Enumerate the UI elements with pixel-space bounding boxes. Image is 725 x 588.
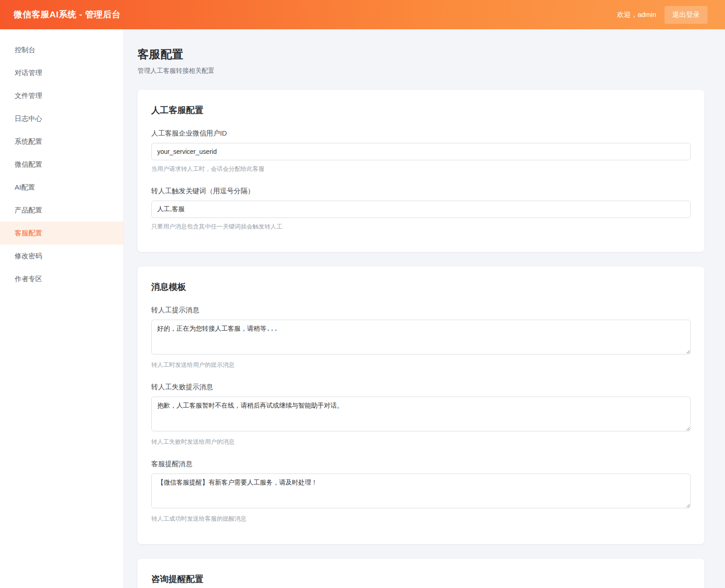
field-label: 转人工提示消息 bbox=[151, 306, 691, 315]
page-subtitle: 管理人工客服转接相关配置 bbox=[137, 67, 704, 75]
sidebar-item-ai-config[interactable]: AI配置 bbox=[0, 176, 123, 199]
sidebar-item-service-config[interactable]: 客服配置 bbox=[0, 222, 123, 245]
logout-button[interactable]: 退出登录 bbox=[665, 6, 708, 24]
servicer-userid-input[interactable] bbox=[151, 143, 691, 160]
sidebar-item-conversations[interactable]: 对话管理 bbox=[0, 61, 123, 84]
header-right: 欢迎，admin 退出登录 bbox=[617, 6, 708, 24]
sidebar-item-change-password[interactable]: 修改密码 bbox=[0, 245, 123, 267]
field-label: 转人工失败提示消息 bbox=[151, 383, 691, 392]
field-servicer-userid: 人工客服企业微信用户ID 当用户请求转人工时，会话会分配给此客服 bbox=[151, 129, 691, 173]
field-help: 转人工失败时发送给用户的消息 bbox=[151, 438, 691, 446]
field-label: 人工客服企业微信用户ID bbox=[151, 129, 691, 138]
main-content: 客服配置 管理人工客服转接相关配置 人工客服配置 人工客服企业微信用户ID 当用… bbox=[124, 29, 725, 588]
transfer-message-textarea[interactable]: 好的，正在为您转接人工客服，请稍等... bbox=[151, 320, 691, 354]
card-manual-service-config: 人工客服配置 人工客服企业微信用户ID 当用户请求转人工时，会话会分配给此客服 … bbox=[137, 90, 704, 252]
card-title: 消息模板 bbox=[151, 281, 691, 293]
field-help: 转人工时发送给用户的提示消息 bbox=[151, 361, 691, 369]
field-servicer-notify-message: 客服提醒消息 【微信客服提醒】有新客户需要人工服务，请及时处理！ 转人工成功时发… bbox=[151, 460, 691, 523]
card-title: 咨询提醒配置 bbox=[151, 573, 691, 585]
field-transfer-message: 转人工提示消息 好的，正在为您转接人工客服，请稍等... 转人工时发送给用户的提… bbox=[151, 306, 691, 369]
welcome-text: 欢迎，admin bbox=[617, 11, 656, 19]
field-help: 只要用户消息包含其中任一关键词就会触发转人工 bbox=[151, 223, 691, 231]
field-label: 转人工触发关键词（用逗号分隔） bbox=[151, 187, 691, 196]
sidebar-item-dashboard[interactable]: 控制台 bbox=[0, 38, 123, 61]
card-message-templates: 消息模板 转人工提示消息 好的，正在为您转接人工客服，请稍等... 转人工时发送… bbox=[137, 267, 704, 544]
sidebar-item-logs[interactable]: 日志中心 bbox=[0, 107, 123, 130]
sidebar-item-wechat-config[interactable]: 微信配置 bbox=[0, 153, 123, 176]
layout: 控制台 对话管理 文件管理 日志中心 系统配置 微信配置 AI配置 产品配置 客… bbox=[0, 29, 725, 588]
app-title: 微信客服AI系统 - 管理后台 bbox=[14, 9, 121, 21]
trigger-keywords-input[interactable] bbox=[151, 201, 691, 218]
field-transfer-fail-message: 转人工失败提示消息 抱歉，人工客服暂时不在线，请稍后再试或继续与智能助手对话。 … bbox=[151, 383, 691, 446]
field-trigger-keywords: 转人工触发关键词（用逗号分隔） 只要用户消息包含其中任一关键词就会触发转人工 bbox=[151, 187, 691, 231]
sidebar-item-files[interactable]: 文件管理 bbox=[0, 84, 123, 107]
page-title: 客服配置 bbox=[137, 47, 704, 62]
app-header: 微信客服AI系统 - 管理后台 欢迎，admin 退出登录 bbox=[0, 0, 725, 29]
servicer-notify-message-textarea[interactable]: 【微信客服提醒】有新客户需要人工服务，请及时处理！ bbox=[151, 474, 691, 508]
sidebar-item-system-config[interactable]: 系统配置 bbox=[0, 130, 123, 153]
transfer-fail-message-textarea[interactable]: 抱歉，人工客服暂时不在线，请稍后再试或继续与智能助手对话。 bbox=[151, 397, 691, 431]
card-inquiry-reminder-config: 咨询提醒配置 启用咨询提醒 当有用户咨询AI时，自动提醒人工客服 bbox=[137, 559, 704, 588]
sidebar-item-product-config[interactable]: 产品配置 bbox=[0, 199, 123, 222]
sidebar: 控制台 对话管理 文件管理 日志中心 系统配置 微信配置 AI配置 产品配置 客… bbox=[0, 29, 124, 588]
field-help: 当用户请求转人工时，会话会分配给此客服 bbox=[151, 165, 691, 173]
field-label: 客服提醒消息 bbox=[151, 460, 691, 468]
field-help: 转人工成功时发送给客服的提醒消息 bbox=[151, 515, 691, 523]
sidebar-item-author-zone[interactable]: 作者专区 bbox=[0, 267, 123, 290]
card-title: 人工客服配置 bbox=[151, 104, 691, 116]
